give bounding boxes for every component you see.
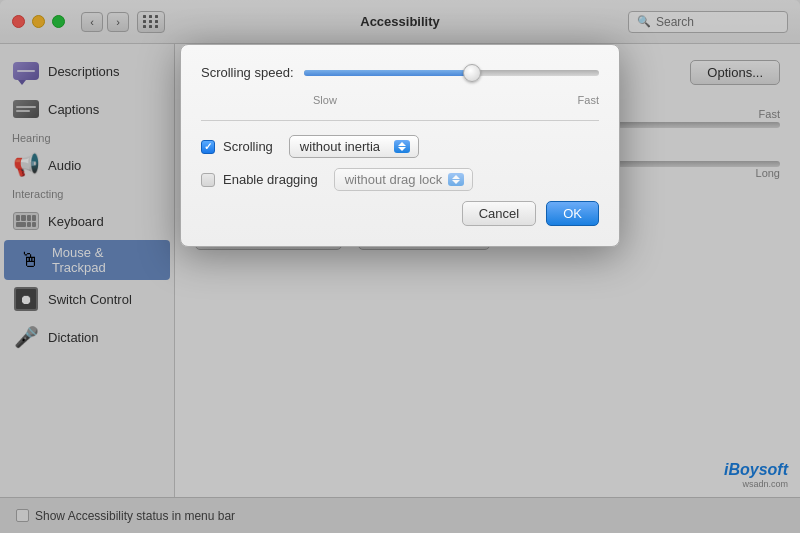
enable-dragging-label: Enable dragging	[223, 172, 318, 187]
drag-option-text: without drag lock	[345, 172, 443, 187]
scrolling-label: Scrolling	[223, 139, 273, 154]
drag-select[interactable]: without drag lock	[334, 168, 474, 191]
modal-speed-slider[interactable]	[304, 70, 600, 76]
enable-dragging-checkbox[interactable]	[201, 173, 215, 187]
scrolling-option-text: without inertia	[300, 139, 388, 154]
arrow-up-icon	[398, 142, 406, 146]
enable-dragging-row: Enable dragging without drag lock	[201, 168, 599, 191]
modal-speed-thumb[interactable]	[463, 64, 481, 82]
drag-arrow-up-icon	[452, 175, 460, 179]
main-window: ‹ › Accessibility 🔍	[0, 0, 800, 533]
scrolling-speed-label: Scrolling speed:	[201, 65, 294, 80]
cancel-button[interactable]: Cancel	[462, 201, 536, 226]
modal-dialog: Scrolling speed: Slow Fast ✓ Scrolling w…	[180, 44, 620, 247]
drag-select-arrows	[448, 173, 464, 186]
ok-button[interactable]: OK	[546, 201, 599, 226]
scrolling-select[interactable]: without inertia	[289, 135, 419, 158]
scrolling-speed-row: Scrolling speed:	[201, 65, 599, 80]
scrolling-row: ✓ Scrolling without inertia	[201, 135, 599, 158]
scrolling-checkbox[interactable]: ✓	[201, 140, 215, 154]
modal-buttons: Cancel OK	[201, 201, 599, 226]
select-arrows	[394, 140, 410, 153]
arrow-down-icon	[398, 147, 406, 151]
modal-slider-labels: Slow Fast	[201, 94, 599, 106]
drag-arrow-down-icon	[452, 180, 460, 184]
modal-overlay: Scrolling speed: Slow Fast ✓ Scrolling w…	[0, 0, 800, 533]
